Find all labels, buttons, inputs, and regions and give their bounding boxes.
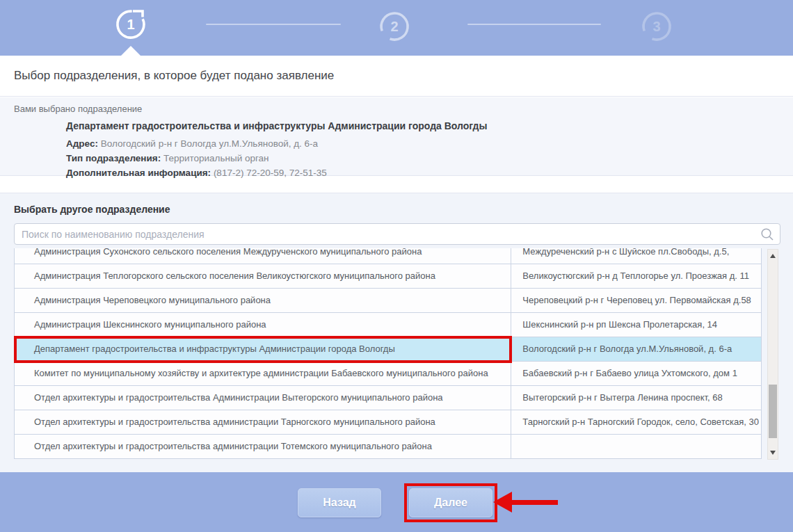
address-label: Адрес: [66, 138, 98, 149]
select-unit-heading: Выбрать другое подразделение [14, 204, 170, 215]
title-section: Выбор подразделения, в которое будет под… [0, 56, 793, 97]
table-row[interactable]: Администрация Сухонского сельского посел… [15, 248, 761, 264]
search-field-wrap [14, 223, 780, 245]
row-unit-name: Отдел архитектуры и градостроительства А… [15, 386, 511, 410]
row-unit-name: Департамент градостроительства и инфраст… [15, 337, 511, 361]
search-icon [760, 227, 775, 242]
type-value: Территориальный орган [163, 153, 269, 163]
step-1-indicator: 1 [114, 8, 147, 41]
step-connector-1-2 [206, 24, 341, 25]
selected-unit-address: Адрес: Вологодский р-н г Вологда ул.М.Ул… [66, 138, 318, 149]
annotation-arrow-shaft [512, 500, 558, 505]
table-row[interactable]: Отдел архитектуры и градостроительства а… [15, 435, 761, 459]
selected-unit-name: Департамент градостроительства и инфраст… [66, 120, 487, 131]
extra-value: (817-2) 72-20-59, 72-51-35 [214, 168, 327, 178]
table-row[interactable]: Администрация Теплогорского сельского по… [15, 264, 761, 289]
selected-unit-extra: Дополнительная информация: (817-2) 72-20… [66, 168, 327, 178]
step-2-indicator: 2 [378, 10, 411, 43]
row-unit-address: Бабаевский р-н г Бабаево улица Ухтомског… [511, 362, 761, 385]
select-unit-section: Выбрать другое подразделение Администрац… [0, 193, 793, 472]
table-row[interactable]: Отдел архитектуры и градостроительства А… [15, 386, 761, 410]
selected-unit-panel: Вами выбрано подразделение Департамент г… [0, 97, 793, 176]
next-button[interactable]: Далее [409, 488, 492, 517]
row-unit-address [511, 435, 761, 458]
footer-bar: Назад Далее [0, 472, 793, 532]
scroll-down-arrow-icon[interactable] [768, 446, 778, 459]
table-scrollbar[interactable] [767, 249, 778, 460]
row-unit-name: Комитет по муниципальному хозяйству и ар… [15, 362, 511, 385]
table-row[interactable]: Администрация Череповецкого муниципально… [15, 289, 761, 313]
scrollbar-thumb[interactable] [769, 385, 777, 438]
selected-unit-type: Тип подразделения: Территориальный орган [66, 153, 269, 163]
step-3-number: 3 [652, 19, 660, 34]
table-row[interactable]: Комитет по муниципальному хозяйству и ар… [15, 362, 761, 386]
extra-label: Дополнительная информация: [66, 168, 211, 178]
row-unit-address: Великоустюгский р-н д Теплогорье ул. Про… [511, 264, 761, 288]
row-unit-address: Череповецкий р-н г Череповец ул. Первома… [511, 289, 761, 312]
step-progress-bar: 1 2 3 [0, 0, 793, 56]
address-value: Вологодский р-н г Вологда ул.М.Ульяновой… [101, 138, 318, 149]
step-3-indicator: 3 [640, 10, 673, 43]
search-input[interactable] [14, 223, 780, 245]
row-unit-name: Отдел архитектуры и градостроительства а… [15, 435, 511, 458]
row-unit-address: Тарногский р-н Тарногский Городок, село,… [511, 410, 761, 434]
step-1-number: 1 [127, 17, 134, 32]
annotation-arrow-icon [493, 492, 512, 513]
row-unit-name: Администрация Теплогорского сельского по… [15, 264, 511, 288]
table-row[interactable]: Департамент градостроительства и инфраст… [15, 337, 761, 362]
row-unit-name: Отдел архитектуры и градостроительства а… [15, 410, 511, 434]
row-unit-address: Вологодский р-н г Вологда ул.М.Ульяновой… [511, 337, 761, 361]
step-2-number: 2 [390, 19, 398, 34]
row-unit-name: Администрация Сухонского сельского посел… [15, 248, 511, 264]
table-row[interactable]: Администрация Шекснинского муниципальног… [15, 313, 761, 337]
active-step-pointer [121, 46, 141, 56]
row-unit-address: Междуреченский р-н с Шуйское пл.Свободы,… [511, 248, 761, 264]
row-unit-address: Шекснинский р-н рп Шексна Пролетарская, … [511, 313, 761, 337]
step-connector-2-3 [467, 24, 601, 25]
page-title: Выбор подразделения, в которое будет под… [14, 69, 334, 83]
table-row[interactable]: Отдел архитектуры и градостроительства а… [15, 410, 761, 435]
type-label: Тип подразделения: [66, 153, 161, 163]
selected-unit-intro: Вами выбрано подразделение [14, 104, 142, 114]
row-unit-name: Администрация Шекснинского муниципальног… [15, 313, 511, 337]
scroll-up-arrow-icon[interactable] [768, 250, 778, 262]
row-unit-address: Вытегорский р-н г Вытегра Ленина проспек… [511, 386, 761, 410]
back-button[interactable]: Назад [298, 488, 381, 517]
wizard-page: 1 2 3 Выбор подразделения, в которое буд… [0, 0, 793, 532]
units-table-rows: Администрация Сухонского сельского посел… [15, 248, 761, 459]
units-table: Администрация Сухонского сельского посел… [14, 248, 762, 459]
row-unit-name: Администрация Череповецкого муниципально… [15, 289, 511, 312]
